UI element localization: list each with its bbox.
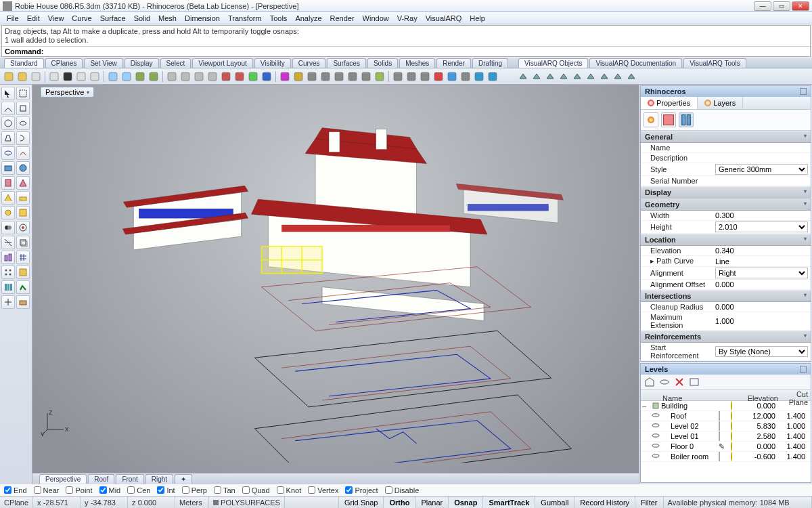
status-toggle-smarttrack[interactable]: SmartTrack xyxy=(483,496,535,508)
menu-visualarq[interactable]: VisualARQ xyxy=(422,14,466,22)
toolbar-icon-29[interactable] xyxy=(419,70,431,83)
varq-icon-4[interactable] xyxy=(571,70,583,83)
level-row-boiler-room[interactable]: Boiler room-0.6001.400 xyxy=(641,452,811,462)
varq-icon-5[interactable] xyxy=(585,70,597,83)
toolbar-tab-visibility[interactable]: Visibility xyxy=(254,58,291,68)
left-tool-29[interactable] xyxy=(16,295,30,309)
section-location[interactable]: Location xyxy=(641,234,811,246)
varq-tab-0[interactable]: VisualARQ Objects xyxy=(518,58,588,68)
toolbar-icon-15[interactable] xyxy=(220,70,232,83)
osnap-near[interactable]: Near xyxy=(34,486,60,494)
osnap-tan[interactable]: Tan xyxy=(214,486,235,494)
level-row-floor-0[interactable]: Floor 0✎0.0001.400 xyxy=(641,442,811,452)
toolbar-icon-34[interactable] xyxy=(487,70,499,83)
left-tool-3[interactable] xyxy=(16,102,30,115)
left-tool-16[interactable] xyxy=(1,206,15,219)
toolbar-tab-meshes[interactable]: Meshes xyxy=(399,58,435,68)
toolbar-icon-18[interactable] xyxy=(261,70,273,83)
toolbar-icon-1[interactable] xyxy=(16,70,28,83)
left-tool-25[interactable] xyxy=(16,266,30,279)
left-tool-1[interactable] xyxy=(16,87,30,100)
pin-icon[interactable] xyxy=(800,366,807,373)
section-geometry[interactable]: Geometry xyxy=(641,198,811,211)
left-tool-28[interactable] xyxy=(1,295,15,309)
toolbar-tab-surfaces[interactable]: Surfaces xyxy=(327,58,365,68)
toolbar-tab-display[interactable]: Display xyxy=(125,58,159,68)
maximize-button[interactable]: ▭ xyxy=(773,1,790,11)
toolbar-icon-11[interactable] xyxy=(166,70,178,83)
pin-icon[interactable] xyxy=(800,88,807,95)
toolbar-icon-14[interactable] xyxy=(206,70,219,83)
status-selection-filter[interactable]: POLYSURFACES xyxy=(209,496,285,508)
left-tool-13[interactable] xyxy=(16,176,30,190)
toolbar-icon-22[interactable] xyxy=(319,70,332,83)
osnap-end[interactable]: End xyxy=(4,486,27,494)
properties-tab-properties[interactable]: Properties xyxy=(641,97,698,109)
toolbar-icon-9[interactable] xyxy=(134,70,146,83)
status-toggle-planar[interactable]: Planar xyxy=(415,496,449,508)
osnap-knot[interactable]: Knot xyxy=(277,486,302,494)
levels-options-icon[interactable] xyxy=(689,377,700,387)
osnap-quad[interactable]: Quad xyxy=(242,486,270,494)
level-row-level-02[interactable]: Level 025.8301.000 xyxy=(641,421,811,431)
prop-select-start-reinforcement[interactable]: By Style (None) xyxy=(715,346,808,357)
prop-select-height[interactable]: 2.010 xyxy=(715,221,808,232)
varq-icon-2[interactable] xyxy=(544,70,556,83)
varq-icon-3[interactable] xyxy=(558,70,570,83)
toolbar-icon-28[interactable] xyxy=(405,70,418,83)
left-tool-20[interactable] xyxy=(1,236,15,249)
menu-curve[interactable]: Curve xyxy=(68,14,95,22)
osnap-vertex[interactable]: Vertex xyxy=(308,486,338,494)
toolbar-icon-32[interactable] xyxy=(459,70,472,83)
viewport-tab-front[interactable]: Front xyxy=(116,474,143,484)
menu-edit[interactable]: Edit xyxy=(23,14,44,22)
menu-surface[interactable]: Surface xyxy=(96,14,130,22)
status-units[interactable]: Meters xyxy=(175,496,209,508)
section-general[interactable]: General xyxy=(641,131,811,143)
toolbar-icon-8[interactable] xyxy=(120,70,133,83)
prop-select-style[interactable]: Generic 300mm xyxy=(715,164,808,175)
varq-icon-6[interactable] xyxy=(598,70,610,83)
viewport-label[interactable]: Perspective xyxy=(41,87,94,98)
left-tool-9[interactable] xyxy=(16,146,30,160)
menu-view[interactable]: View xyxy=(44,14,68,22)
menu-v-ray[interactable]: V-Ray xyxy=(393,14,422,22)
section-display[interactable]: Display xyxy=(641,186,811,198)
status-toggle-osnap[interactable]: Osnap xyxy=(449,496,483,508)
toolbar-icon-20[interactable] xyxy=(292,70,304,83)
toolbar-icon-5[interactable] xyxy=(75,70,87,83)
toolbar-icon-7[interactable] xyxy=(107,70,119,83)
status-toggle-grid-snap[interactable]: Grid Snap xyxy=(339,496,384,508)
varq-icon-1[interactable] xyxy=(531,70,543,83)
left-tool-22[interactable] xyxy=(1,251,15,264)
osnap-int[interactable]: Int xyxy=(157,486,175,494)
material-icon[interactable] xyxy=(661,112,676,127)
toolbar-tab-cplanes[interactable]: CPlanes xyxy=(45,58,83,68)
left-tool-23[interactable] xyxy=(16,251,30,264)
toolbar-tab-viewport-layout[interactable]: Viewport Layout xyxy=(192,58,253,68)
toolbar-icon-3[interactable] xyxy=(48,70,60,83)
new-building-icon[interactable] xyxy=(644,377,655,387)
menu-tools[interactable]: Tools xyxy=(266,14,292,22)
toolbar-icon-4[interactable] xyxy=(62,70,74,83)
left-tool-2[interactable] xyxy=(1,102,15,115)
menu-solid[interactable]: Solid xyxy=(130,14,154,22)
menu-dimension[interactable]: Dimension xyxy=(181,14,224,22)
toolbar-icon-21[interactable] xyxy=(306,70,318,83)
status-toggle-ortho[interactable]: Ortho xyxy=(384,496,415,508)
osnap-project[interactable]: Project xyxy=(345,486,378,494)
level-row-roof[interactable]: Roof12.0001.400 xyxy=(641,411,811,421)
toolbar-icon-33[interactable] xyxy=(473,70,485,83)
delete-level-icon[interactable] xyxy=(674,377,685,387)
toolbar-icon-23[interactable] xyxy=(333,70,345,83)
left-tool-12[interactable] xyxy=(1,176,15,190)
varq-tab-1[interactable]: VisualARQ Documentation xyxy=(589,58,682,68)
toolbar-icon-31[interactable] xyxy=(446,70,458,83)
menu-help[interactable]: Help xyxy=(466,14,489,22)
left-tool-11[interactable] xyxy=(16,161,30,175)
wall-properties-icon[interactable] xyxy=(679,112,694,127)
menu-mesh[interactable]: Mesh xyxy=(154,14,181,22)
command-input[interactable] xyxy=(46,47,807,56)
left-tool-15[interactable] xyxy=(16,191,30,205)
perspective-viewport[interactable] xyxy=(32,85,639,473)
